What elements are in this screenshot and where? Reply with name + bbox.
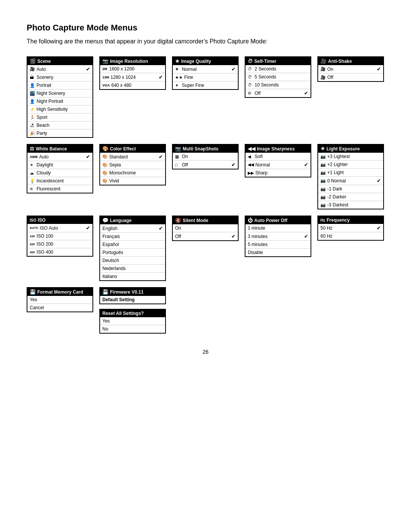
portrait-icon: 👤: [30, 83, 35, 88]
antishake-off[interactable]: 🎥Off: [318, 73, 383, 81]
light-exposure-icon: ☀: [320, 146, 325, 152]
image-resolution-header: 📷 Image Resolution: [100, 57, 165, 65]
exposure-m1[interactable]: 📷-1 Dark: [318, 185, 383, 193]
res-vga[interactable]: VGA640 x 480: [100, 81, 165, 89]
wb-fluorescent[interactable]: ※Fluorescent: [27, 185, 92, 193]
wb-incandescent[interactable]: 💡Incandescent: [27, 177, 92, 185]
reset-no[interactable]: No: [100, 325, 165, 333]
exposure-m3[interactable]: 📷-3 Darkest: [318, 201, 383, 209]
quality-normal[interactable]: ★Normal ✔: [173, 65, 238, 73]
freq-50hz[interactable]: 50 Hz ✔: [318, 224, 383, 232]
wb-daylight[interactable]: ☀Daylight: [27, 161, 92, 169]
silent-on[interactable]: On: [173, 224, 238, 232]
power-1min[interactable]: 1 minute: [245, 224, 311, 232]
freq-60hz[interactable]: 60 Hz: [318, 232, 383, 240]
exposure-0[interactable]: 📷0 Normal ✔: [318, 177, 383, 185]
scene-title: Scene: [37, 59, 51, 64]
color-sepia[interactable]: 🎨Sepia: [100, 161, 165, 169]
format-icon: 💾: [30, 289, 36, 295]
color-standard[interactable]: 🎨Standard ✔: [100, 153, 165, 161]
auto-power-off-header: ⏻ Auto Power Off: [245, 216, 311, 224]
exposure-p3[interactable]: 📷+3 Lightest: [318, 153, 383, 161]
color-effect-header: 🎨 Color Effect: [100, 145, 165, 153]
iso-200[interactable]: 200ISO 200: [27, 240, 92, 248]
reset-yes[interactable]: Yes: [100, 317, 165, 325]
frequency-icon: Hz: [320, 218, 325, 222]
auto-power-off-title: Auto Power Off: [254, 218, 287, 223]
firmware-group: 💾 Firmware V0.11 Default Setting Reset A…: [99, 287, 166, 334]
scene-portrait[interactable]: 👤Portrait: [27, 81, 92, 89]
high-sensitivity-icon: ⚡: [30, 107, 35, 112]
iso-menu: ISO ISO AUTOISO Auto ✔ 100ISO 100 200ISO…: [27, 216, 93, 257]
color-vivid[interactable]: 🎨Vivid: [100, 177, 165, 185]
timer-5sec[interactable]: ⏱5 Seconds: [245, 73, 311, 81]
auto-icon: 🎥: [30, 67, 35, 72]
exposure-m2[interactable]: 📷-2 Darker: [318, 193, 383, 201]
res-2m[interactable]: 2M1600 x 1200: [100, 65, 165, 73]
silent-off[interactable]: Off ✔: [173, 232, 238, 240]
anti-shake-menu: 🎥 Anti-Shake 🎥On ✔ 🎥Off: [317, 56, 384, 82]
language-icon: 💬: [102, 217, 108, 223]
snapshots-off[interactable]: □Off ✔: [173, 161, 238, 169]
exposure-p1[interactable]: 📷+1 Light: [318, 169, 383, 177]
scene-auto[interactable]: 🎥Auto ✔: [27, 65, 92, 73]
image-resolution-title: Image Resolution: [110, 59, 148, 64]
format-title: Format Memory Card: [37, 289, 83, 295]
iso-auto[interactable]: AUTOISO Auto ✔: [27, 224, 92, 232]
iso-header: ISO ISO: [27, 216, 92, 224]
sharpness-normal[interactable]: ◀◀Normal ✔: [245, 161, 311, 169]
scene-night-scenery[interactable]: 🌃Night Scenery: [27, 89, 92, 97]
res-13m[interactable]: 13M1280 x 1024 ✔: [100, 73, 165, 81]
image-quality-menu: ★ Image Quality ★Normal ✔ ★★Fine ✦Super …: [172, 56, 239, 90]
scene-high-sensitivity[interactable]: ⚡High Sensitivity: [27, 105, 92, 113]
sharpness-soft[interactable]: ◀Soft: [245, 153, 311, 161]
multi-snapshots-menu: 📷 Multi SnapShots ▦On □Off ✔: [172, 144, 239, 169]
lang-portugues[interactable]: Português: [100, 249, 165, 257]
color-monochrome[interactable]: 🎨Monochrome: [100, 169, 165, 177]
page-number: 26: [27, 349, 384, 355]
wb-auto[interactable]: AWBAuto ✔: [27, 153, 92, 161]
timer-10sec[interactable]: ⏱10 Seconds: [245, 81, 311, 89]
light-exposure-header: ☀ Light Exposure: [318, 145, 383, 153]
lang-deutsch[interactable]: Deutsch: [100, 257, 165, 265]
iso-400[interactable]: 400ISO 400: [27, 248, 92, 256]
self-timer-header: ⏱ Self-Timer: [245, 57, 311, 65]
scene-icon: 🎬: [30, 58, 36, 64]
lang-francais[interactable]: Français: [100, 233, 165, 241]
silent-mode-menu: 🔇 Silent Mode On Off ✔: [172, 216, 239, 241]
firmware-title: Firmware V0.11: [110, 289, 143, 295]
scene-party[interactable]: 🎉Party: [27, 129, 92, 137]
quality-super-fine[interactable]: ✦Super Fine: [173, 81, 238, 89]
image-sharpness-icon: ◀◀: [248, 146, 255, 152]
sharpness-sharp[interactable]: ▶▶Sharp: [245, 169, 311, 177]
timer-off[interactable]: ⊘Off ✔: [245, 89, 311, 97]
wb-cloudy[interactable]: ☁Cloudy: [27, 169, 92, 177]
power-5min[interactable]: 5 minutes: [245, 241, 311, 249]
power-3min[interactable]: 3 minutes ✔: [245, 232, 311, 241]
power-disable[interactable]: Disable: [245, 249, 311, 256]
firmware-icon: 💾: [102, 289, 108, 295]
lang-espanol[interactable]: Español: [100, 241, 165, 249]
scene-sport[interactable]: 🏃Sport: [27, 113, 92, 121]
multi-snapshots-title: Multi SnapShots: [183, 146, 218, 152]
scene-beach[interactable]: 🏖Beach: [27, 121, 92, 129]
lang-english[interactable]: English ✔: [100, 224, 165, 233]
scene-scenery[interactable]: 🏔Scenery: [27, 73, 92, 81]
image-sharpness-title: Image Sharpness: [257, 146, 295, 152]
exposure-p2[interactable]: 📷+2 Lighter: [318, 161, 383, 169]
quality-fine[interactable]: ★★Fine: [173, 73, 238, 81]
lang-italiano[interactable]: Italiano: [100, 273, 165, 280]
frequency-menu: Hz Frequency 50 Hz ✔ 60 Hz: [317, 216, 384, 241]
format-yes[interactable]: Yes: [27, 296, 92, 304]
timer-2sec[interactable]: ⏱2 Seconds: [245, 65, 311, 73]
lang-nederlands[interactable]: Nederlands: [100, 265, 165, 273]
scene-header: 🎬 Scene: [27, 57, 92, 65]
antishake-on[interactable]: 🎥On ✔: [318, 65, 383, 73]
format-cancel[interactable]: Cancel: [27, 304, 92, 312]
firmware-default-setting[interactable]: Default Setting: [100, 296, 165, 304]
scene-night-portrait[interactable]: 👤Night Portrait: [27, 97, 92, 105]
iso-100[interactable]: 100ISO 100: [27, 232, 92, 240]
snapshots-on[interactable]: ▦On: [173, 153, 238, 161]
scenery-icon: 🏔: [30, 75, 35, 80]
page-subtitle: The following are the menus that appear …: [27, 38, 384, 45]
